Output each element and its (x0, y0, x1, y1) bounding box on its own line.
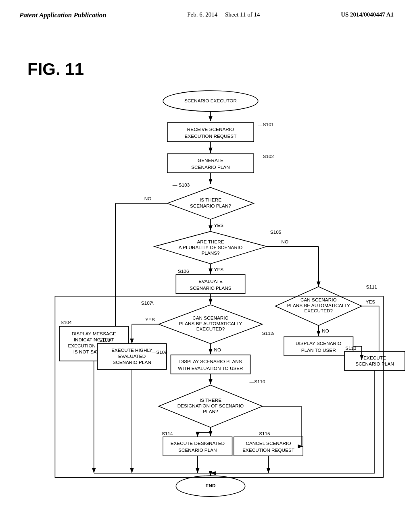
svg-rect-25 (234, 437, 303, 456)
s107-id: S107\ (141, 300, 154, 305)
s113-label2: SCENARIO PLAN (355, 361, 394, 366)
s109-id: —S109 (152, 349, 167, 355)
s102-id: —S102 (258, 154, 274, 159)
s101-label: RECEIVE SCENARIO (187, 127, 234, 132)
s105-yes-label: YES (214, 267, 224, 272)
s105-id: S105 (270, 229, 282, 235)
svg-rect-24 (163, 437, 232, 456)
sheet-info: Sheet 11 of 14 (225, 11, 260, 18)
flowchart-svg: SCENARIO EXECUTOR RECEIVE SCENARIO EXECU… (16, 85, 405, 532)
s107-yes-label: YES (145, 317, 155, 322)
s110-label1: IS THERE (200, 397, 221, 403)
s104-label1: DISPLAY MESSAGE (72, 331, 116, 336)
svg-rect-5 (167, 154, 254, 172)
s102-label: GENERATE (198, 158, 223, 163)
s111-label2: PLANS BE AUTOMATICALLY (287, 303, 350, 308)
svg-rect-14 (176, 274, 245, 293)
s107-label1: CAN SCENARIO (192, 315, 229, 320)
publication-date: Feb. 6, 2014 (187, 11, 217, 18)
s103-yes: YES (214, 222, 224, 228)
s114-label2: SCENARIO PLAN (178, 447, 217, 453)
s103-label2: SCENARIO PLAN? (190, 203, 231, 208)
s107-label2: PLANS BE AUTOMATICALLY (179, 321, 242, 326)
s110-label2: DESIGNATION OF SCENARIO (177, 403, 244, 408)
s115-id: S115 (259, 431, 270, 436)
s105-no-label: NO (281, 239, 288, 244)
s106-label2: SCENARIO PLANS (190, 285, 231, 291)
s107-label3: EXECUTED? (196, 326, 225, 331)
s103-id: — S103 (173, 182, 190, 187)
s108-label2: EVALUATED (118, 353, 146, 359)
s111-yes-label: YES (366, 299, 375, 304)
svg-rect-3 (167, 123, 254, 141)
s109-label2: WITH EVALUATION TO USER (178, 366, 243, 371)
s101-label2: EXECUTION REQUEST (185, 133, 237, 139)
s114-id: S114 (162, 431, 173, 436)
svg-rect-21 (171, 355, 250, 374)
s108-id: S108 (99, 337, 111, 343)
page-header: Patent Application Publication Feb. 6, 2… (0, 0, 413, 23)
s108-label3: SCENARIO PLAN (113, 360, 151, 365)
publication-title: Patent Application Publication (19, 11, 106, 19)
patent-number: US 2014/0040447 A1 (341, 11, 394, 18)
s112-label1: DISPLAY SCENARIO (296, 341, 341, 346)
s102-label2: SCENARIO PLAN (191, 164, 229, 170)
s114-label1: EXECUTE DESIGNATED (171, 441, 225, 446)
s113-label1: EXECUTE (363, 355, 386, 360)
svg-rect-35 (284, 337, 353, 356)
s103-label1: IS THERE (200, 197, 221, 202)
s111-no-label: NO (322, 328, 329, 333)
s107-no-label: NO (214, 347, 221, 352)
s109-label1: DISPLAY SCENARIO PLANS (179, 359, 242, 364)
s106-label1: EVALUATE (198, 278, 223, 284)
s111-label1: CAN SCENARIO (300, 297, 337, 302)
header-center: Feb. 6, 2014 Sheet 11 of 14 (187, 11, 260, 18)
s105-label2: A PLURALITY OF SCENARIO (179, 245, 243, 250)
start-node: SCENARIO EXECUTOR (184, 98, 237, 103)
end-node: END (206, 483, 216, 488)
s105-label1: ARE THERE (197, 239, 224, 244)
s112-id: S112/ (262, 330, 275, 336)
s112-label2: PLAN TO USER (301, 347, 336, 353)
s115-label2: EXECUTION REQUEST (242, 447, 294, 453)
s101-id: —S101 (258, 122, 274, 127)
s115-label1: CANCEL SCENARIO (246, 441, 291, 446)
s105-label3: PLANS? (201, 250, 220, 256)
flowchart-container: SCENARIO EXECUTOR RECEIVE SCENARIO EXECU… (16, 85, 405, 512)
s103-no-label: NO (144, 196, 152, 201)
figure-label: FIG. 11 (27, 60, 84, 79)
s111-id: S111 (366, 284, 377, 289)
s108-label1: EXECUTE HIGHLY (111, 347, 152, 353)
s110-id: —S110 (249, 379, 265, 384)
s106-id: S106 (178, 268, 189, 274)
s104-id: S104 (60, 320, 72, 325)
s110-label3: PLAN? (203, 409, 218, 414)
s111-label3: EXECUTED? (304, 308, 333, 313)
